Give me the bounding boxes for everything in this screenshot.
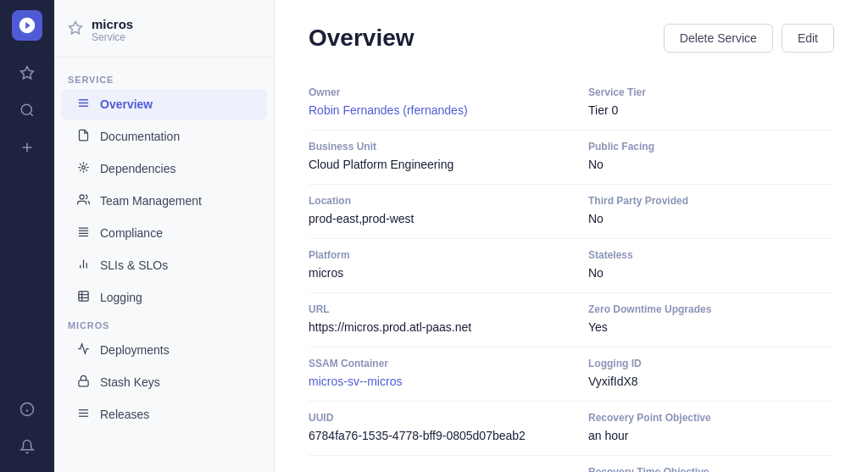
svg-line-2 xyxy=(30,113,32,115)
app-logo[interactable] xyxy=(12,10,42,41)
add-icon[interactable] xyxy=(12,132,42,163)
delete-service-button[interactable]: Delete Service xyxy=(664,24,773,53)
business-unit-field: Business Unit Cloud Platform Engineering xyxy=(309,130,571,185)
sidebar-item-logging[interactable]: Logging xyxy=(61,282,267,313)
page-title: Overview xyxy=(309,25,415,52)
recovery-point-objective-field: Recovery Point Objective an hour xyxy=(571,402,834,456)
sidebar-item-stash-keys-label: Stash Keys xyxy=(100,375,160,389)
header-buttons: Delete Service Edit xyxy=(664,24,834,53)
location-label: Location xyxy=(309,195,537,207)
zero-downtime-upgrades-label: Zero Downtime Upgrades xyxy=(588,303,834,315)
third-party-provided-label: Third Party Provided xyxy=(588,195,834,207)
ssam-container-field: SSAM Container micros-sv--micros xyxy=(309,347,571,402)
sidebar-item-dependencies[interactable]: Dependencies xyxy=(61,153,267,184)
uuid-label: UUID xyxy=(309,412,537,424)
sidebar-item-releases-label: Releases xyxy=(100,408,149,421)
sidebar-item-compliance-label: Compliance xyxy=(100,226,163,240)
third-party-provided-value: No xyxy=(588,210,834,228)
sidebar-item-releases[interactable]: Releases xyxy=(61,399,267,430)
logging-id-field: Logging ID VyxifIdX8 xyxy=(571,347,834,402)
sidebar-item-overview[interactable]: Overview xyxy=(61,89,267,119)
svg-marker-0 xyxy=(21,67,34,79)
location-field: Location prod-east,prod-west xyxy=(309,185,571,239)
overview-icon xyxy=(75,97,92,112)
service-name: micros xyxy=(92,17,133,31)
service-section-label: SERVICE xyxy=(54,68,274,88)
third-party-provided-field: Third Party Provided No xyxy=(571,185,834,239)
sidebar-item-stash-keys[interactable]: Stash Keys xyxy=(61,367,267,397)
url-value: https://micros.prod.atl-paas.net xyxy=(309,319,537,336)
svg-point-12 xyxy=(81,166,85,169)
stateless-value: No xyxy=(588,264,834,282)
sidebar-item-overview-label: Overview xyxy=(100,97,153,111)
sidebar-item-compliance[interactable]: Compliance xyxy=(61,218,267,248)
sidebar-item-documentation-label: Documentation xyxy=(100,130,180,143)
stateless-label: Stateless xyxy=(588,249,834,261)
stash-keys-icon xyxy=(75,375,92,390)
icon-bar xyxy=(0,0,54,472)
main-header: Overview Delete Service Edit xyxy=(309,24,834,53)
ssam-container-label: SSAM Container xyxy=(309,358,537,369)
business-unit-label: Business Unit xyxy=(309,141,537,153)
service-tier-label: Service Tier xyxy=(588,86,834,98)
documentation-icon xyxy=(75,129,92,144)
uuid-value: 6784fa76-1535-4778-bff9-0805d07beab2 xyxy=(309,427,537,445)
public-facing-field: Public Facing No xyxy=(571,130,834,185)
svg-point-1 xyxy=(21,104,31,114)
sidebar-item-team-management[interactable]: Team Management xyxy=(61,186,267,216)
owner-field: Owner Robin Fernandes (rfernandes) xyxy=(309,76,571,130)
service-header: micros Service xyxy=(54,14,274,58)
recovery-point-objective-value: an hour xyxy=(588,427,834,445)
releases-icon xyxy=(75,407,92,422)
sidebar-item-slis-slos[interactable]: SLIs & SLOs xyxy=(61,250,267,280)
recovery-point-objective-label: Recovery Point Objective xyxy=(588,412,834,424)
service-tier-value: Tier 0 xyxy=(588,102,834,119)
edit-button[interactable]: Edit xyxy=(782,24,834,53)
platform-value: micros xyxy=(309,264,537,282)
zero-downtime-upgrades-value: Yes xyxy=(588,319,834,336)
sidebar-item-logging-label: Logging xyxy=(100,291,142,304)
service-star-icon[interactable] xyxy=(68,20,83,40)
star-icon[interactable] xyxy=(12,58,42,88)
logging-id-value: VyxifIdX8 xyxy=(588,373,834,391)
recovery-time-objective-field: Recovery Time Objective 4 hours xyxy=(571,456,834,472)
slis-slos-icon xyxy=(75,258,92,273)
dependencies-icon xyxy=(75,161,92,176)
compliance-icon xyxy=(75,225,92,241)
sidebar-item-deployments-label: Deployments xyxy=(100,343,170,357)
url-label: URL xyxy=(309,303,537,315)
sidebar: micros Service SERVICE Overview Document… xyxy=(54,0,275,472)
sidebar-item-slis-slos-label: SLIs & SLOs xyxy=(100,258,168,272)
platform-label: Platform xyxy=(309,249,537,261)
sidebar-item-dependencies-label: Dependencies xyxy=(100,162,176,175)
ssam-container-value[interactable]: micros-sv--micros xyxy=(309,375,402,388)
team-management-icon xyxy=(75,193,92,208)
uuid-field: UUID 6784fa76-1535-4778-bff9-0805d07beab… xyxy=(309,402,571,456)
business-unit-value: Cloud Platform Engineering xyxy=(309,156,537,174)
recovery-time-objective-label: Recovery Time Objective xyxy=(588,466,834,472)
search-icon[interactable] xyxy=(12,95,42,125)
owner-value[interactable]: Robin Fernandes (rfernandes) xyxy=(309,103,468,117)
notification-icon[interactable] xyxy=(12,431,42,462)
svg-rect-25 xyxy=(78,380,87,386)
platform-field: Platform micros xyxy=(309,239,571,293)
svg-point-13 xyxy=(80,195,84,199)
svg-rect-21 xyxy=(78,292,87,301)
url-field: URL https://micros.prod.atl-paas.net xyxy=(309,293,571,347)
sidebar-item-team-management-label: Team Management xyxy=(100,194,202,208)
zero-downtime-upgrades-field: Zero Downtime Upgrades Yes xyxy=(571,293,834,347)
owner-label: Owner xyxy=(309,86,537,98)
service-tier-field: Service Tier Tier 0 xyxy=(571,76,834,130)
stateless-field: Stateless No xyxy=(571,239,834,293)
logging-icon xyxy=(75,290,92,305)
deployments-icon xyxy=(75,342,92,358)
main-content: Overview Delete Service Edit Owner Robin… xyxy=(275,0,868,472)
micros-section-label: MICROS xyxy=(54,314,274,334)
info-icon[interactable] xyxy=(12,394,42,425)
service-label: Service xyxy=(92,31,133,43)
sidebar-item-deployments[interactable]: Deployments xyxy=(61,335,267,365)
public-facing-label: Public Facing xyxy=(588,141,834,153)
empty-left-field xyxy=(309,456,571,472)
sidebar-item-documentation[interactable]: Documentation xyxy=(61,121,267,152)
svg-marker-8 xyxy=(70,22,82,34)
